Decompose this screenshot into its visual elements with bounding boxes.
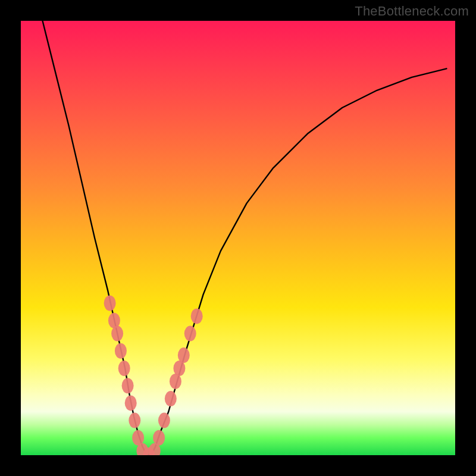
chart-stage: TheBottleneck.com — [0, 0, 476, 476]
svg-point-14 — [165, 391, 177, 406]
svg-point-7 — [129, 413, 140, 428]
chart-overlay — [21, 21, 455, 455]
bottleneck-curve — [43, 21, 447, 455]
svg-point-13 — [158, 413, 170, 428]
watermark-label: TheBottleneck.com — [355, 4, 469, 19]
svg-point-12 — [153, 430, 165, 446]
svg-point-1 — [108, 313, 120, 328]
highlighted-points — [104, 296, 203, 456]
svg-point-0 — [104, 296, 116, 311]
svg-point-19 — [191, 308, 203, 324]
svg-point-6 — [125, 395, 137, 411]
svg-point-17 — [178, 347, 190, 363]
svg-point-4 — [118, 361, 130, 376]
svg-point-3 — [115, 343, 127, 359]
svg-point-18 — [184, 326, 196, 342]
svg-point-5 — [122, 378, 134, 393]
svg-point-2 — [111, 326, 123, 342]
